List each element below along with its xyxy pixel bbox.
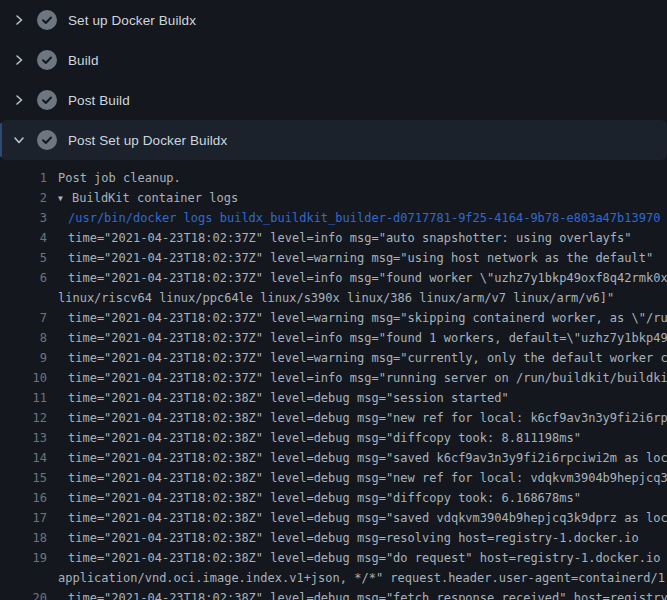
- log-line: 12time="2021-04-23T18:02:38Z" level=debu…: [0, 408, 667, 428]
- line-number[interactable]: 15: [0, 468, 47, 488]
- success-check-icon: [37, 130, 57, 150]
- line-number[interactable]: 7: [0, 308, 47, 328]
- log-line: 14time="2021-04-23T18:02:38Z" level=debu…: [0, 448, 667, 468]
- log-text: time="2021-04-23T18:02:38Z" level=debug …: [68, 468, 667, 488]
- line-number[interactable]: 19: [0, 548, 47, 568]
- log-line: 1Post job cleanup.: [0, 168, 667, 188]
- active-section-indicator: [0, 123, 2, 157]
- log-text: time="2021-04-23T18:02:37Z" level=warnin…: [68, 308, 667, 328]
- section-header-post-build[interactable]: Post Build: [0, 80, 667, 120]
- log-line: 13time="2021-04-23T18:02:38Z" level=debu…: [0, 428, 667, 448]
- success-check-icon: [37, 50, 57, 70]
- log-text: time="2021-04-23T18:02:37Z" level=info m…: [68, 368, 667, 388]
- line-number[interactable]: 5: [0, 248, 47, 268]
- line-number[interactable]: 1: [0, 168, 47, 188]
- log-text: time="2021-04-23T18:02:38Z" level=debug …: [68, 548, 667, 568]
- log-line-continuation: linux/riscv64 linux/ppc64le linux/s390x …: [0, 288, 667, 308]
- log-line: 16time="2021-04-23T18:02:38Z" level=debu…: [0, 488, 667, 508]
- log-group-label[interactable]: BuildKit container logs: [72, 191, 238, 205]
- log-text: time="2021-04-23T18:02:38Z" level=debug …: [68, 448, 667, 468]
- log-text: time="2021-04-23T18:02:37Z" level=warnin…: [68, 248, 653, 268]
- section-label: Post Build: [68, 93, 130, 108]
- log-text: time="2021-04-23T18:02:38Z" level=debug …: [68, 488, 581, 508]
- log-text: Post job cleanup.: [58, 168, 181, 188]
- chevron-right-icon[interactable]: [12, 53, 26, 67]
- log-text: application/vnd.oci.image.index.v1+json,…: [58, 568, 667, 588]
- log-line: 2▼BuildKit container logs: [0, 188, 667, 208]
- log-text: time="2021-04-23T18:02:37Z" level=info m…: [68, 268, 667, 288]
- line-number[interactable]: 9: [0, 348, 47, 368]
- line-number: [0, 568, 47, 588]
- log-text: time="2021-04-23T18:02:38Z" level=debug …: [68, 508, 667, 528]
- log-line: 18time="2021-04-23T18:02:38Z" level=debu…: [0, 528, 667, 548]
- line-number[interactable]: 10: [0, 368, 47, 388]
- success-check-icon: [37, 90, 57, 110]
- log-text: time="2021-04-23T18:02:38Z" level=debug …: [68, 388, 509, 408]
- log-line: 15time="2021-04-23T18:02:38Z" level=debu…: [0, 468, 667, 488]
- log-line-continuation: application/vnd.oci.image.index.v1+json,…: [0, 568, 667, 588]
- line-number: [0, 288, 47, 308]
- section-list: Set up Docker BuildxBuildPost BuildPost …: [0, 0, 667, 160]
- log-area: 1Post job cleanup.2▼BuildKit container l…: [0, 160, 667, 600]
- line-number[interactable]: 16: [0, 488, 47, 508]
- line-number[interactable]: 17: [0, 508, 47, 528]
- actions-log-viewer: Set up Docker BuildxBuildPost BuildPost …: [0, 0, 667, 600]
- section-label: Build: [68, 53, 99, 68]
- log-text[interactable]: ▼BuildKit container logs: [58, 188, 238, 208]
- log-line: 17time="2021-04-23T18:02:38Z" level=debu…: [0, 508, 667, 528]
- log-line: 11time="2021-04-23T18:02:38Z" level=debu…: [0, 388, 667, 408]
- command-text: /usr/bin/docker logs buildx_buildkit_bui…: [68, 208, 660, 228]
- log-line: 7time="2021-04-23T18:02:37Z" level=warni…: [0, 308, 667, 328]
- log-text: time="2021-04-23T18:02:37Z" level=warnin…: [68, 348, 667, 368]
- log-line: 20time="2021-04-23T18:02:38Z" level=debu…: [0, 588, 667, 600]
- section-label: Set up Docker Buildx: [68, 13, 196, 28]
- collapse-triangle-icon[interactable]: ▼: [58, 189, 72, 208]
- log-text: time="2021-04-23T18:02:38Z" level=debug …: [68, 428, 581, 448]
- line-number[interactable]: 12: [0, 408, 47, 428]
- section-header-set-up-docker-buildx[interactable]: Set up Docker Buildx: [0, 0, 667, 40]
- line-number[interactable]: 2: [0, 188, 47, 208]
- log-text: linux/riscv64 linux/ppc64le linux/s390x …: [58, 288, 614, 308]
- log-line: 5time="2021-04-23T18:02:37Z" level=warni…: [0, 248, 667, 268]
- line-number[interactable]: 18: [0, 528, 47, 548]
- chevron-down-icon[interactable]: [12, 133, 26, 147]
- line-number[interactable]: 14: [0, 448, 47, 468]
- chevron-right-icon[interactable]: [12, 13, 26, 27]
- line-number[interactable]: 13: [0, 428, 47, 448]
- success-check-icon: [37, 10, 57, 30]
- chevron-right-icon[interactable]: [12, 93, 26, 107]
- line-number[interactable]: 8: [0, 328, 47, 348]
- log-line: 6time="2021-04-23T18:02:37Z" level=info …: [0, 268, 667, 288]
- section-label: Post Set up Docker Buildx: [68, 133, 227, 148]
- log-text: time="2021-04-23T18:02:37Z" level=info m…: [68, 328, 667, 348]
- section-header-build[interactable]: Build: [0, 40, 667, 80]
- log-line: 10time="2021-04-23T18:02:37Z" level=info…: [0, 368, 667, 388]
- line-number[interactable]: 11: [0, 388, 47, 408]
- line-number[interactable]: 3: [0, 208, 47, 228]
- log-text: time="2021-04-23T18:02:38Z" level=debug …: [68, 528, 639, 548]
- log-line: 3/usr/bin/docker logs buildx_buildkit_bu…: [0, 208, 667, 228]
- log-line: 8time="2021-04-23T18:02:37Z" level=info …: [0, 328, 667, 348]
- log-text: time="2021-04-23T18:02:38Z" level=debug …: [68, 408, 667, 428]
- log-text: time="2021-04-23T18:02:37Z" level=info m…: [68, 228, 632, 248]
- log-line: 4time="2021-04-23T18:02:37Z" level=info …: [0, 228, 667, 248]
- line-number[interactable]: 4: [0, 228, 47, 248]
- log-text: time="2021-04-23T18:02:38Z" level=debug …: [68, 588, 667, 600]
- line-number[interactable]: 6: [0, 268, 47, 288]
- section-header-post-set-up-docker-buildx[interactable]: Post Set up Docker Buildx: [0, 120, 667, 160]
- log-line: 9time="2021-04-23T18:02:37Z" level=warni…: [0, 348, 667, 368]
- line-number[interactable]: 20: [0, 588, 47, 600]
- log-line: 19time="2021-04-23T18:02:38Z" level=debu…: [0, 548, 667, 568]
